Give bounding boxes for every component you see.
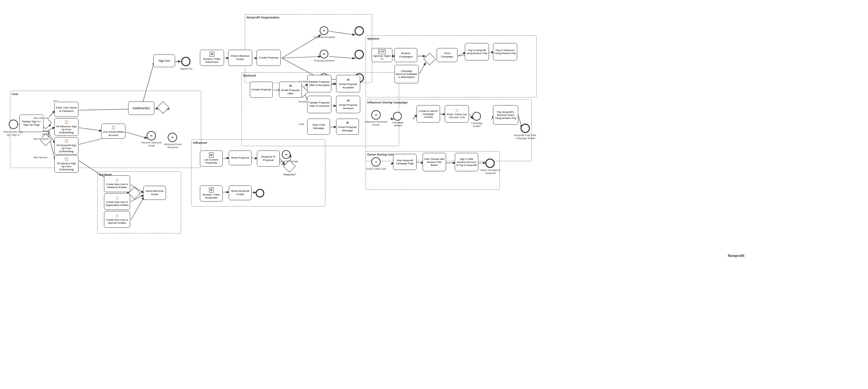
sponsor-signs-in-task: POP Sponsor Signs In bbox=[372, 48, 393, 62]
donor-clicks-link-label: Donor Clicks Link bbox=[366, 167, 387, 170]
send-welcome-email-task: Send Welcome Email bbox=[143, 186, 166, 200]
fill-sponsor-form-task: 📋 Fill Sponsor Sign Up Form (Onboarding) bbox=[54, 155, 79, 173]
influencer-browse-end-event bbox=[255, 189, 264, 197]
email-proposal-declined-task: ✉ Email Proposal Declined bbox=[336, 96, 360, 113]
link-social-task: 📋 Link Social Media Account bbox=[101, 123, 125, 139]
show-influencer-profile-task: Show Influencer Profile bbox=[228, 50, 252, 66]
influencer-pool-label: Influencer bbox=[193, 141, 207, 144]
declined-label: Declined bbox=[299, 100, 309, 103]
proposal-declined-label: Proposal Declined bbox=[313, 59, 335, 62]
create-user-org-task: 📋 Create New User & Organization Entitie… bbox=[104, 193, 130, 210]
campaign-ended-label: Campaign Ended bbox=[467, 121, 486, 128]
sponsor-split-gateway bbox=[424, 53, 436, 65]
nonprofit-fully-paid-end bbox=[521, 123, 530, 133]
create-proposal-task: Create Proposal bbox=[256, 50, 281, 66]
influencer-received-funds-event: ✉ bbox=[371, 110, 381, 119]
update-proposal-accepted-task: Update Proposal Offer to Accepted bbox=[307, 75, 331, 92]
list-proposals-task: ⊞ List Current Proposals bbox=[200, 150, 223, 167]
sign-out-task: Sign Out bbox=[153, 54, 175, 67]
pay-nonprofit-amazon-task: Pay to Nonprofit using Amazon Pay bbox=[465, 43, 489, 60]
email-proposal-accepted-backend-task: ✉ Email Proposal Accepted bbox=[336, 75, 360, 92]
start-visitor-event bbox=[9, 119, 18, 129]
response-gateway: Response? bbox=[283, 160, 296, 172]
view-campaign-page-task: View Nonprofit Campaign Page bbox=[393, 154, 416, 170]
proposal-declined-end-event bbox=[354, 50, 364, 59]
donor-donated-label: Donor Donated to Nonprofit bbox=[479, 169, 501, 175]
welcome-received-event: ✉ bbox=[168, 133, 177, 142]
yes-label: Yes bbox=[53, 100, 57, 103]
create-user-influencer-task: 📋 Create New User & Influencer Entities bbox=[104, 175, 130, 192]
proposal-accepted-end-event bbox=[354, 26, 364, 36]
influencer-received-funds-label: Influencer Received Funds bbox=[364, 120, 388, 126]
chat-label: Chat bbox=[299, 122, 304, 126]
pay-nonprofits-revenue-task: Pay Nonprofit's Revenue Share Using Amaz… bbox=[493, 105, 518, 124]
user-pool-label: User bbox=[12, 92, 19, 96]
pay-influencer-amazon-task: Pay to Influencer Using Amazon Pay bbox=[493, 43, 517, 60]
enter-username-task: Enter User Name & Password bbox=[54, 102, 79, 117]
proposal-declined-event: ✉ bbox=[320, 50, 328, 58]
bpmn-diagram: User Backend Nonprofit Organization Back… bbox=[0, 0, 868, 389]
show-nonprofit-profile-task: Show Nonprofit Profile bbox=[229, 186, 252, 200]
proposal-offer-received-event: ✉ bbox=[282, 150, 290, 159]
fund-campaign-task: Fund Campaign bbox=[437, 48, 458, 62]
proposal-accepted-label: Proposal Accepted bbox=[314, 36, 335, 39]
backend-type-gateway bbox=[128, 187, 141, 199]
fill-influencer-form-task: 📋 Fill Influencer Sign Up Form (Onboardi… bbox=[54, 118, 79, 136]
email-chat-message-task: ✉ Email Proposal Message bbox=[336, 118, 359, 135]
create-proposal-backend-task: Create Proposal bbox=[250, 82, 273, 98]
create-launch-campaign-task: Create & Launch Campaign Content bbox=[416, 105, 440, 122]
sponsor-pool-label: Sponsor bbox=[367, 37, 380, 40]
accepted-label: Accepted bbox=[299, 80, 310, 83]
donor-clicks-link-event: ⚠ bbox=[371, 157, 381, 167]
receive-welcome-event: ✉ bbox=[147, 131, 156, 140]
welcome-received-label: Welcome Email Received bbox=[161, 143, 184, 149]
browse-nonprofits-task: ⊞ Browse / Filter Nonprofits bbox=[200, 186, 223, 201]
receive-welcome-label: Receive Welcome Email bbox=[140, 141, 163, 147]
signin-pay-task: Sign In With Amazon Account & Pay to Non… bbox=[455, 153, 478, 171]
update-proposal-declined-task: Update Proposal Offer to Declined bbox=[307, 96, 331, 113]
signed-out-event bbox=[181, 57, 190, 66]
campaign-started-event bbox=[393, 112, 402, 120]
save-chat-message-task: Save Chat Message bbox=[307, 118, 330, 135]
nonprofit-org-label: Nonprofit Organization bbox=[247, 16, 279, 19]
browse-influencers-task: ⊞ Browse / Filter Influencers bbox=[200, 50, 224, 66]
show-proposal-task: Show Proposal bbox=[229, 150, 252, 165]
click-donate-task: Click "Donate with Amazon Pay" Button bbox=[423, 153, 446, 171]
new-sponsor-label: New Sponsor bbox=[34, 156, 48, 159]
browse-campaigns-task: Browse Campaigns bbox=[395, 48, 417, 62]
nonprofit-fully-paid-label: Nonprofit Fully Paid, Campaign Ended bbox=[513, 134, 537, 140]
nonprofit-label: Nonprofit bbox=[728, 254, 744, 258]
campaign-available-task: Campaign Becomes Available in Marketplac… bbox=[395, 65, 418, 83]
create-user-sponsor-task: 📋 Create New User & Sponsor Entities bbox=[104, 211, 130, 228]
proposal-accepted-event: ✉ bbox=[320, 26, 328, 35]
new-nonprofit-label: New Nonprofit bbox=[34, 138, 48, 140]
donor-donated-end bbox=[485, 159, 495, 168]
respond-to-proposal-task: Respond To Proposal bbox=[257, 150, 280, 167]
campaign-started-label: Campaign Started bbox=[388, 121, 408, 127]
backend-pool-2-label: Backend bbox=[243, 74, 256, 77]
signed-out-label: Signed Out bbox=[179, 67, 193, 70]
dashboards-task: Dashboard(s) bbox=[128, 102, 154, 115]
influencer-campaign-label: Influencer During Campaign bbox=[367, 101, 408, 104]
new-influencer-label: New Influencer bbox=[34, 117, 49, 119]
campaign-ended-event bbox=[472, 112, 481, 120]
email-proposal-offer-task: ✉ Email Proposal Offer bbox=[279, 82, 302, 98]
posts-cta-task: 📋 Posts "Check Out The Link" CTA bbox=[445, 105, 469, 122]
fill-nonprofit-form-task: 📋 Fill Nonprofit Sign Up Form (Onboardin… bbox=[54, 137, 79, 155]
dashboard-split-gateway bbox=[157, 102, 169, 114]
